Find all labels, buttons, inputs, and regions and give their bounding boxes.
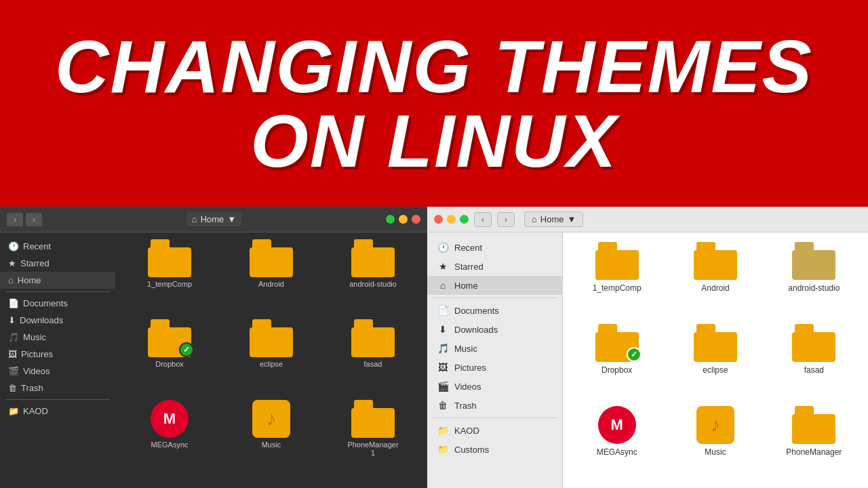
folder-name: Music: [705, 447, 726, 457]
light-main-grid: 1_tempComp Android android-studio ✓: [563, 232, 868, 488]
sidebar-item-starred-dark[interactable]: Starred ★: [0, 255, 115, 272]
folder-megasync-light[interactable]: M MEGAsync: [572, 406, 661, 479]
sidebar-item-music-light[interactable]: 🎵 Music: [427, 339, 562, 358]
sidebar-item-documents-dark[interactable]: Documents 📄: [0, 295, 115, 312]
recent-icon-dark: 🕐: [8, 241, 19, 251]
folder-android-dark[interactable]: Android: [224, 239, 319, 312]
home-label-light: Home: [454, 281, 478, 291]
window-dark: › ‹ ⌂ Home ▼ Recent 🕐 S: [0, 207, 427, 488]
trash-icon-light: 🗑: [437, 400, 449, 411]
red-light[interactable]: [412, 215, 420, 224]
folder-phonemanager-dark[interactable]: PhoneManager1: [326, 400, 420, 481]
recent-icon-light: 🕐: [437, 242, 449, 253]
folder-megasync-dark[interactable]: M MEGAsync: [122, 400, 217, 481]
sidebar-item-kaod-light[interactable]: 📁 KAOD: [427, 421, 562, 440]
folder-fasad-dark[interactable]: fasad: [326, 319, 420, 392]
sidebar-item-downloads-light[interactable]: ⬇ Downloads: [427, 320, 562, 339]
green-light[interactable]: [386, 215, 395, 224]
folder-android-light[interactable]: Android: [671, 242, 760, 314]
folder-1tempcomp-dark[interactable]: 1_tempComp: [122, 239, 217, 312]
folder-name: fasad: [804, 365, 824, 375]
folder-name: android-studio: [349, 280, 397, 288]
sidebar-item-recent-light[interactable]: 🕐 Recent: [427, 238, 562, 257]
kaod-label-light: KAOD: [454, 426, 479, 436]
folder-music-dark[interactable]: ♪ Music: [224, 400, 319, 481]
yellow-light[interactable]: [399, 215, 408, 224]
titlebar-dark: › ‹ ⌂ Home ▼: [0, 207, 427, 232]
location-bar-light[interactable]: ⌂ Home ▼: [524, 211, 583, 227]
downloads-label-dark: Downloads: [20, 315, 63, 325]
recent-label-light: Recent: [454, 243, 482, 253]
folder-name: PhoneManager: [786, 447, 842, 457]
nav-back-light[interactable]: ‹: [474, 212, 492, 227]
folder-name: eclipse: [703, 365, 728, 375]
red-light-l[interactable]: [434, 215, 443, 224]
mega-icon-dark: M: [151, 400, 189, 438]
home-icon-sidebar-dark: ⌂: [8, 275, 14, 285]
starred-label-light: Starred: [454, 262, 484, 272]
videos-icon-light: 🎬: [437, 381, 449, 392]
kaod-label-dark: KAOD: [23, 406, 48, 416]
sidebar-item-trash-light[interactable]: 🗑 Trash: [427, 396, 562, 415]
sidebar-item-home-light[interactable]: ⌂ Home: [427, 276, 562, 295]
location-bar-dark[interactable]: ⌂ Home ▼: [186, 212, 241, 226]
folder-name: fasad: [364, 360, 382, 368]
documents-icon-dark: 📄: [8, 298, 19, 308]
folder-android-studio-light[interactable]: android-studio: [770, 242, 859, 314]
folder-android-studio-dark[interactable]: android-studio: [326, 239, 420, 312]
music-label-dark: Music: [23, 332, 46, 342]
sidebar-item-pictures-light[interactable]: 🖼 Pictures: [427, 358, 562, 377]
trash-label-light: Trash: [454, 401, 477, 411]
sidebar-item-home-dark[interactable]: Home ⌂: [0, 272, 115, 289]
videos-label-light: Videos: [454, 382, 481, 392]
nav-buttons-dark: › ‹: [7, 213, 42, 226]
nav-forward-light[interactable]: ›: [497, 212, 515, 227]
dark-sidebar: Recent 🕐 Starred ★ Home ⌂ Documents 📄: [0, 232, 115, 488]
yellow-light-l[interactable]: [447, 215, 456, 224]
banner: CHANGING THEMES ON LINUX: [0, 0, 868, 207]
dropbox-badge-dark: ✓: [179, 342, 194, 357]
folder-name: Android: [701, 283, 729, 293]
folder-name: Android: [258, 280, 284, 288]
folder-dropbox-light[interactable]: ✓ Dropbox: [572, 324, 661, 396]
sidebar-item-documents-light[interactable]: 📄 Documents: [427, 301, 562, 320]
sidebar-item-recent-dark[interactable]: Recent 🕐: [0, 238, 115, 255]
nav-back-dark[interactable]: ›: [7, 213, 23, 226]
home-label-dark: Home: [18, 275, 41, 285]
folder-1tempcomp-light[interactable]: 1_tempComp: [572, 242, 661, 314]
folder-phonemanager-light[interactable]: PhoneManager: [770, 406, 859, 479]
folder-dropbox-dark[interactable]: ✓ Dropbox: [122, 319, 217, 392]
starred-icon-light: ★: [437, 261, 449, 272]
customs-icon-light: 📁: [437, 444, 449, 455]
trash-icon-dark: 🗑: [8, 383, 17, 393]
folder-name: 1_tempComp: [147, 280, 192, 288]
dropdown-icon-light: ▼: [568, 214, 576, 224]
kaod-icon-dark: 📁: [8, 406, 19, 416]
sidebar-item-downloads-dark[interactable]: Downloads ⬇: [0, 312, 115, 329]
banner-title: CHANGING THEMES ON LINUX: [55, 29, 813, 178]
sidebar-item-customs-light[interactable]: 📁 Customs: [427, 440, 562, 459]
sidebar-item-pictures-dark[interactable]: Pictures 🖼: [0, 346, 115, 363]
nav-forward-dark[interactable]: ‹: [26, 213, 42, 226]
sidebar-item-music-dark[interactable]: Music 🎵: [0, 329, 115, 346]
music-icon-dark-sidebar: 🎵: [8, 332, 19, 342]
folder-eclipse-dark[interactable]: eclipse: [224, 319, 319, 392]
home-icon-light-bar: ⌂: [532, 214, 537, 224]
music-icon-light-sidebar: 🎵: [437, 343, 449, 354]
green-light-l[interactable]: [460, 215, 469, 224]
documents-icon-light: 📄: [437, 305, 449, 316]
mega-icon-light: M: [598, 406, 636, 444]
windows-row: › ‹ ⌂ Home ▼ Recent 🕐 S: [0, 207, 868, 488]
folder-fasad-light[interactable]: fasad: [770, 324, 859, 396]
folder-eclipse-light[interactable]: eclipse: [671, 324, 760, 396]
sidebar-item-kaod-dark[interactable]: KAOD 📁: [0, 403, 115, 420]
recent-label-dark: Recent: [23, 241, 51, 251]
documents-label-light: Documents: [454, 306, 499, 316]
sidebar-item-videos-dark[interactable]: Videos 🎬: [0, 363, 115, 380]
folder-name: MEGAsync: [151, 441, 188, 449]
sidebar-item-starred-light[interactable]: ★ Starred: [427, 257, 562, 276]
videos-label-dark: Videos: [23, 366, 50, 376]
folder-music-light[interactable]: ♪ Music: [671, 406, 760, 479]
sidebar-item-trash-dark[interactable]: Trash 🗑: [0, 380, 115, 396]
sidebar-item-videos-light[interactable]: 🎬 Videos: [427, 377, 562, 396]
